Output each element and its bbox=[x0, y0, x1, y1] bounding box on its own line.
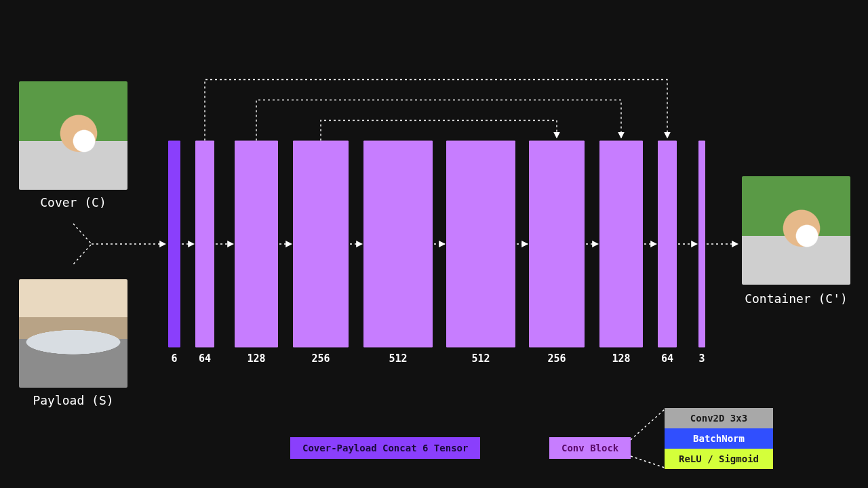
layer-channel-count: 3 bbox=[698, 352, 705, 365]
legend-batchnorm-row: BatchNorm bbox=[665, 428, 773, 449]
svg-line-12 bbox=[631, 456, 665, 468]
legend-conv-block: Conv Block bbox=[549, 437, 631, 459]
legend-conv2d-row: Conv2D 3x3 bbox=[665, 408, 773, 428]
concat-tensor-bar bbox=[168, 141, 180, 348]
layer-channel-count: 64 bbox=[199, 352, 211, 365]
cover-image-label: Cover (C) bbox=[19, 195, 127, 209]
conv-block-bar bbox=[658, 141, 677, 348]
layer-channel-count: 64 bbox=[661, 352, 673, 365]
layer-channel-count: 128 bbox=[612, 352, 630, 365]
legend-concat-tensor: Cover-Payload Concat 6 Tensor bbox=[290, 437, 480, 459]
layer-channel-count: 256 bbox=[311, 352, 330, 365]
container-image-label: Container (C') bbox=[735, 291, 857, 306]
conv-block-bar bbox=[446, 141, 515, 348]
svg-line-11 bbox=[631, 409, 665, 440]
payload-image bbox=[19, 279, 127, 388]
cover-image bbox=[19, 81, 127, 190]
layer-channel-count: 128 bbox=[247, 352, 265, 365]
layer-channel-count: 6 bbox=[171, 352, 177, 365]
legend-conv-block-expansion: Conv2D 3x3 BatchNorm ReLU / Sigmoid bbox=[665, 408, 773, 469]
conv-block-bar bbox=[363, 141, 433, 348]
layer-channel-count: 512 bbox=[389, 352, 407, 365]
payload-image-label: Payload (S) bbox=[19, 393, 127, 407]
conv-block-bar bbox=[195, 141, 214, 348]
conv-block-bar bbox=[599, 141, 643, 348]
container-image bbox=[742, 176, 850, 285]
legend-activation-row: ReLU / Sigmoid bbox=[665, 449, 773, 469]
conv-block-bar bbox=[293, 141, 349, 348]
layer-channel-count: 512 bbox=[471, 352, 490, 365]
conv-block-bar bbox=[235, 141, 278, 348]
conv-block-bar bbox=[698, 141, 705, 348]
conv-block-bar bbox=[529, 141, 585, 348]
layer-channel-count: 256 bbox=[547, 352, 566, 365]
